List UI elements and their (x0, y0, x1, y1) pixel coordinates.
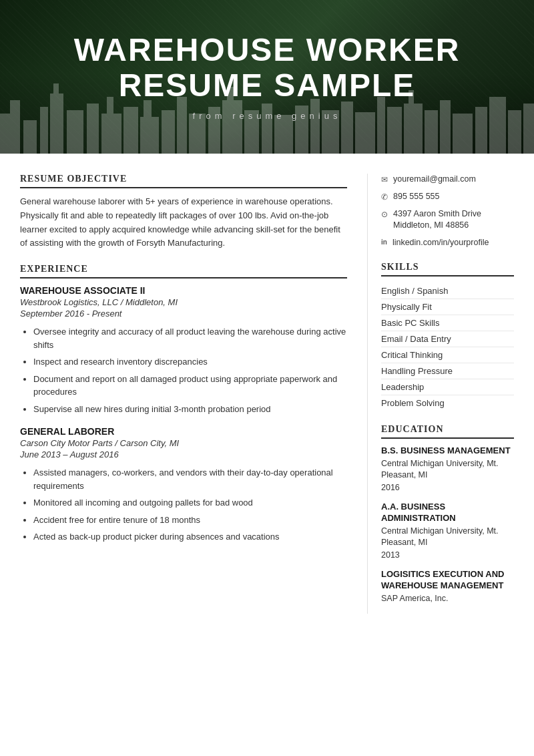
list-item: Monitored all incoming and outgoing pall… (33, 496, 347, 510)
location-icon: ⊙ (381, 209, 388, 220)
svg-rect-33 (453, 114, 473, 154)
linkedin-contact: in linkedin.com/in/yourprofile (381, 237, 514, 249)
header-subtitle: from Resume Genius (193, 111, 342, 121)
svg-rect-2 (23, 120, 37, 154)
edu-1-school: Central Michigan University, Mt. Pleasan… (381, 458, 514, 482)
skill-item: Email / Data Entry (381, 331, 514, 347)
svg-rect-10 (123, 107, 138, 154)
edu-1-year: 2016 (381, 483, 514, 492)
edu-item-1: B.S. BUSINESS MANAGEMENT Central Michiga… (381, 445, 514, 492)
objective-text: General warehouse laborer with 5+ years … (20, 195, 347, 250)
address-contact: ⊙ 4397 Aaron Smith Drive Middleton, MI 4… (381, 208, 514, 232)
svg-rect-1 (10, 100, 20, 154)
edu-1-degree: B.S. BUSINESS MANAGEMENT (381, 445, 514, 457)
email-icon: ✉ (381, 174, 388, 186)
svg-rect-27 (377, 97, 385, 154)
address-value: 4397 Aaron Smith Drive Middleton, MI 488… (393, 208, 481, 232)
svg-rect-31 (425, 110, 438, 154)
svg-rect-7 (87, 104, 99, 154)
skill-item: Basic PC Skills (381, 315, 514, 331)
edu-3-school: SAP America, Inc. (381, 593, 514, 605)
svg-rect-25 (341, 102, 353, 154)
job-2-title: GENERAL LABORER (20, 426, 347, 437)
skill-item: English / Spanish (381, 283, 514, 299)
svg-rect-17 (222, 100, 242, 154)
svg-rect-29 (404, 104, 423, 154)
svg-rect-28 (387, 107, 402, 154)
job-1-bullets: Oversee integrity and accuracy of all pr… (20, 325, 347, 415)
list-item: Assisted managers, co-workers, and vendo… (33, 466, 347, 492)
svg-rect-23 (310, 99, 320, 154)
skill-item: Leadership (381, 379, 514, 395)
list-item: Document and report on all damaged produ… (33, 373, 347, 399)
skill-item: Problem Solving (381, 395, 514, 411)
edu-item-2: A.A. BUSINESS ADMINISTRATION Central Mic… (381, 502, 514, 560)
skill-item: Critical Thinking (381, 347, 514, 363)
education-section: EDUCATION B.S. BUSINESS MANAGEMENT Centr… (381, 424, 514, 604)
svg-rect-32 (440, 100, 451, 154)
linkedin-value: linkedin.com/in/yourprofile (392, 237, 489, 249)
email-value: youremail@gmail.com (393, 174, 476, 186)
experience-section: EXPERIENCE WAREHOUSE ASSOCIATE II Westbr… (20, 264, 347, 544)
job-2-company: Carson City Motor Parts / Carson City, M… (20, 438, 347, 448)
objective-title: RESUME OBJECTIVE (20, 174, 347, 188)
right-column: ✉ youremail@gmail.com ✆ 895 555 555 ⊙ 43… (367, 174, 514, 614)
svg-rect-37 (523, 104, 534, 154)
skills-title: SKILLS (381, 262, 514, 276)
phone-icon: ✆ (381, 192, 388, 203)
objective-section: RESUME OBJECTIVE General warehouse labor… (20, 174, 347, 250)
edu-item-3: LOGISITICS EXECUTION AND WAREHOUSE MANAG… (381, 569, 514, 604)
job-2-dates: June 2013 – August 2016 (20, 449, 347, 459)
phone-contact: ✆ 895 555 555 (381, 191, 514, 203)
svg-rect-34 (475, 107, 487, 154)
list-item: Supervise all new hires during initial 3… (33, 403, 347, 416)
job-1-title: WAREHOUSE ASSOCIATE II (20, 285, 347, 296)
page-header: WAREHOUSE WORKER RESUME SAMPLE from Resu… (0, 0, 534, 154)
edu-2-degree: A.A. BUSINESS ADMINISTRATION (381, 502, 514, 524)
svg-rect-8 (101, 114, 121, 154)
edu-2-year: 2013 (381, 550, 514, 560)
list-item: Oversee integrity and accuracy of all pr… (33, 325, 347, 351)
svg-rect-14 (177, 97, 187, 154)
experience-title: EXPERIENCE (20, 264, 347, 278)
svg-rect-11 (140, 117, 159, 154)
education-title: EDUCATION (381, 424, 514, 439)
job-2-bullets: Assisted managers, co-workers, and vendo… (20, 466, 347, 544)
job-1-company: Westbrook Logistics, LLC / Middleton, MI (20, 297, 347, 307)
contact-section: ✉ youremail@gmail.com ✆ 895 555 555 ⊙ 43… (381, 174, 514, 248)
email-contact: ✉ youremail@gmail.com (381, 174, 514, 186)
skill-item: Physically Fit (381, 299, 514, 315)
phone-value: 895 555 555 (393, 191, 440, 203)
list-item: Accident free for entire tenure of 18 mo… (33, 514, 347, 527)
page-title: WAREHOUSE WORKER RESUME SAMPLE (0, 33, 534, 104)
svg-rect-36 (508, 110, 521, 154)
list-item: Inspect and research inventory discrepan… (33, 355, 347, 369)
svg-rect-13 (162, 110, 175, 154)
job-1: WAREHOUSE ASSOCIATE II Westbrook Logisti… (20, 285, 347, 415)
linkedin-icon: in (381, 238, 387, 247)
svg-rect-3 (40, 107, 48, 154)
edu-3-degree: LOGISITICS EXECUTION AND WAREHOUSE MANAG… (381, 569, 514, 592)
skills-section: SKILLS English / Spanish Physically Fit … (381, 262, 514, 411)
main-content: RESUME OBJECTIVE General warehouse labor… (0, 154, 534, 634)
edu-2-school: Central Michigan University, Mt. Pleasan… (381, 526, 514, 549)
job-2: GENERAL LABORER Carson City Motor Parts … (20, 426, 347, 544)
svg-rect-26 (355, 112, 375, 154)
svg-rect-35 (489, 97, 506, 154)
left-column: RESUME OBJECTIVE General warehouse labor… (20, 174, 367, 614)
job-1-dates: September 2016 - Present (20, 309, 347, 319)
svg-rect-6 (67, 110, 83, 154)
skill-item: Handling Pressure (381, 363, 514, 379)
list-item: Acted as back-up product picker during a… (33, 530, 347, 544)
